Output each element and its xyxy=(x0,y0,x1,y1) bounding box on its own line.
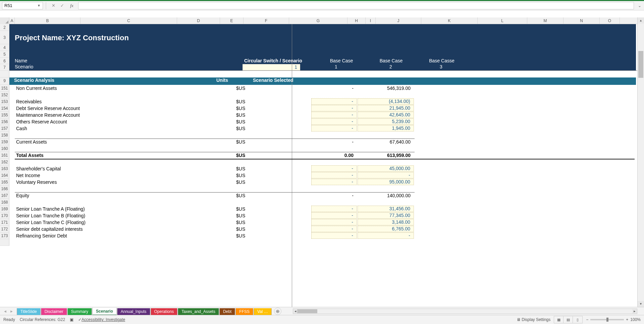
confirm-formula-icon[interactable]: ✓ xyxy=(58,2,66,9)
sheet-tab-taxes_and_assets[interactable]: Taxes_and_Assets xyxy=(178,308,219,315)
zoom-out-button[interactable]: − xyxy=(586,317,588,322)
input-cell-k[interactable]: 3,148.00 xyxy=(358,219,414,225)
zoom-in-button[interactable]: + xyxy=(626,317,628,322)
row-header[interactable]: 161 xyxy=(0,152,9,159)
row-header[interactable]: 167 xyxy=(0,192,9,199)
input-cell-j[interactable]: - xyxy=(311,125,357,131)
input-cell-j[interactable]: - xyxy=(311,219,357,225)
value-cell-k[interactable]: 140,000.00 xyxy=(358,192,414,199)
input-cell-k[interactable]: 21,945.00 xyxy=(358,105,414,111)
sheet-tab-annual_inputs[interactable]: Annual_Inputs xyxy=(117,308,150,315)
row-header[interactable] xyxy=(0,71,9,77)
input-cell-j[interactable]: - xyxy=(311,165,357,172)
row-header[interactable] xyxy=(0,239,9,246)
col-header[interactable]: E xyxy=(220,17,244,24)
input-cell-j[interactable]: - xyxy=(311,206,357,212)
row-header[interactable]: 153 xyxy=(0,98,9,105)
sheet-tab-scenario[interactable]: Scenario xyxy=(92,308,117,315)
row-header[interactable]: 9 xyxy=(0,77,9,85)
input-cell-j[interactable]: - xyxy=(311,179,357,185)
input-cell-k[interactable]: 42,645.00 xyxy=(358,112,414,118)
value-cell-k[interactable]: 546,319.00 xyxy=(358,85,414,92)
scroll-down-icon[interactable]: ▼ xyxy=(638,301,644,307)
col-header[interactable]: H xyxy=(347,17,366,24)
col-header[interactable]: C xyxy=(80,17,177,24)
input-cell-k[interactable]: 95,000.00 xyxy=(358,179,414,185)
row-header[interactable]: 169 xyxy=(0,206,9,212)
col-header[interactable]: D xyxy=(177,17,220,24)
name-box[interactable]: R51 ▼ xyxy=(2,2,43,9)
fx-icon[interactable]: fx xyxy=(68,2,76,9)
zoom-level[interactable]: 100% xyxy=(630,317,641,322)
accessibility-status[interactable]: ✓Accessibility: Investigate xyxy=(78,317,125,322)
row-header[interactable]: 155 xyxy=(0,112,9,118)
col-header[interactable]: O xyxy=(600,17,620,24)
col-header[interactable]: G xyxy=(289,17,347,24)
row-header[interactable]: 171 xyxy=(0,219,9,226)
cancel-formula-icon[interactable]: ✕ xyxy=(49,2,57,9)
row-header[interactable]: 173 xyxy=(0,232,9,239)
page-break-view-icon[interactable]: ▯ xyxy=(573,316,582,323)
spreadsheet-grid[interactable]: 2 3 4 5 6 7 9 Project Name: XYZ Construc… xyxy=(0,24,637,307)
sheet-tab-val[interactable]: Val … xyxy=(254,308,272,315)
row-header[interactable]: 172 xyxy=(0,226,9,232)
row-header[interactable]: 163 xyxy=(0,165,9,172)
row-header[interactable]: 4 xyxy=(0,44,9,51)
col-header[interactable]: J xyxy=(376,17,421,24)
row-header[interactable]: 7 xyxy=(0,64,9,71)
scroll-thumb[interactable] xyxy=(638,51,643,78)
row-header[interactable]: 168 xyxy=(0,199,9,206)
row-header[interactable]: 158 xyxy=(0,132,9,139)
col-header[interactable]: K xyxy=(421,17,478,24)
value-cell-j[interactable]: 0.00 xyxy=(311,152,357,159)
col-header[interactable]: L xyxy=(478,17,527,24)
scroll-up-icon[interactable]: ▲ xyxy=(638,17,644,23)
sheet-tab-titleslide[interactable]: TitleSlide xyxy=(17,308,41,315)
zoom-slider[interactable] xyxy=(590,319,624,320)
input-cell-j[interactable]: - xyxy=(311,232,357,239)
scroll-right-icon[interactable]: ► xyxy=(632,309,637,314)
input-cell-k[interactable]: (4,134.00) xyxy=(358,98,414,105)
add-sheet-button[interactable]: ⊕ xyxy=(274,308,281,315)
row-header[interactable]: 157 xyxy=(0,125,9,132)
input-cell-j[interactable]: - xyxy=(311,118,357,125)
chevron-down-icon[interactable]: ▼ xyxy=(37,4,41,7)
status-circular-refs[interactable]: Circular References: G22 xyxy=(20,317,65,322)
normal-view-icon[interactable]: ▦ xyxy=(554,316,564,323)
row-header[interactable]: 151 xyxy=(0,85,9,92)
input-cell-k[interactable]: 31,456.00 xyxy=(358,206,414,212)
input-cell-k[interactable]: 6,765.00 xyxy=(358,226,414,232)
row-header[interactable]: 6 xyxy=(0,58,9,64)
row-header[interactable]: 166 xyxy=(0,185,9,192)
tab-nav-next-icon[interactable]: ► xyxy=(10,309,13,313)
input-cell-j[interactable]: - xyxy=(311,112,357,118)
sheet-tab-summary[interactable]: Summary xyxy=(67,308,92,315)
row-header[interactable]: 3 xyxy=(0,31,9,44)
input-cell-j[interactable]: - xyxy=(311,98,357,105)
row-header[interactable]: 152 xyxy=(0,92,9,98)
sheet-tab-operations[interactable]: Operations xyxy=(151,308,178,315)
vertical-scrollbar[interactable]: ▲ ▼ xyxy=(637,17,644,307)
horizontal-scrollbar[interactable]: ◄ ► xyxy=(293,309,637,314)
input-cell-j[interactable]: - xyxy=(311,105,357,111)
formula-input[interactable] xyxy=(78,2,634,9)
sheet-tab-debt[interactable]: Debt xyxy=(219,308,235,315)
page-layout-view-icon[interactable]: ▤ xyxy=(564,316,573,323)
expand-formula-icon[interactable]: ⌄ xyxy=(638,3,641,8)
tab-nav-first-icon[interactable]: ◄ xyxy=(3,309,7,313)
input-cell-k[interactable]: - xyxy=(358,232,414,239)
input-cell-k[interactable]: 45,000.00 xyxy=(358,165,414,172)
row-header[interactable]: 165 xyxy=(0,179,9,185)
row-header[interactable]: 2 xyxy=(0,24,9,31)
input-cell-k[interactable]: 77,345.00 xyxy=(358,212,414,219)
input-cell-k[interactable]: 1,945.00 xyxy=(358,125,414,131)
select-all-triangle[interactable] xyxy=(0,17,9,24)
display-settings-button[interactable]: 🖥 Display Settings xyxy=(517,317,550,322)
row-header[interactable]: 5 xyxy=(0,51,9,58)
row-header[interactable]: 156 xyxy=(0,118,9,125)
value-cell-j[interactable]: - xyxy=(311,139,357,145)
input-cell-j[interactable]: - xyxy=(311,172,357,178)
col-header[interactable]: I xyxy=(366,17,376,24)
col-header[interactable]: A xyxy=(9,17,15,24)
macro-record-icon[interactable]: ▣ xyxy=(70,317,73,322)
